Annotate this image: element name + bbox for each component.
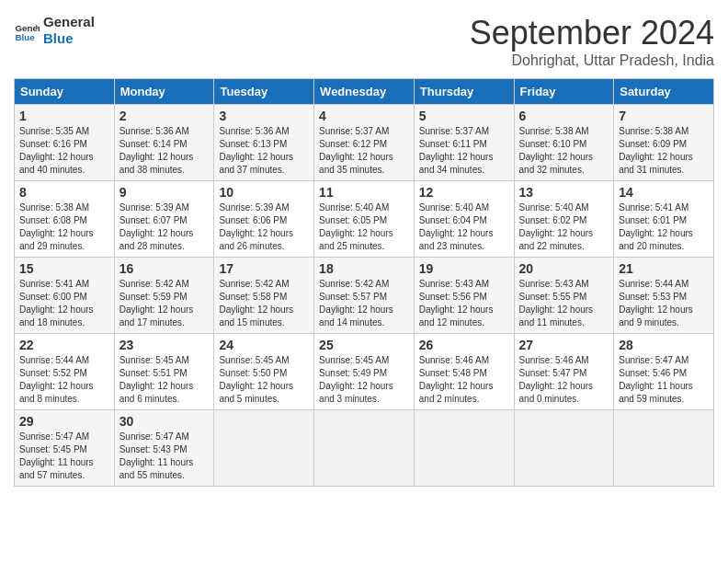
calendar-cell: 9Sunrise: 5:39 AMSunset: 6:07 PMDaylight…	[114, 181, 214, 258]
day-info: Sunrise: 5:41 AMSunset: 6:00 PMDaylight:…	[19, 278, 109, 329]
day-number: 25	[319, 338, 409, 352]
day-number: 1	[19, 109, 109, 123]
calendar-cell: 17Sunrise: 5:42 AMSunset: 5:58 PMDayligh…	[214, 258, 314, 334]
day-number: 19	[419, 261, 509, 276]
day-info: Sunrise: 5:41 AMSunset: 6:01 PMDaylight:…	[619, 201, 709, 253]
day-info: Sunrise: 5:35 AMSunset: 6:16 PMDaylight:…	[19, 125, 109, 177]
day-number: 8	[19, 185, 109, 200]
calendar-cell: 6Sunrise: 5:38 AMSunset: 6:10 PMDaylight…	[514, 105, 614, 181]
day-info: Sunrise: 5:39 AMSunset: 6:07 PMDaylight:…	[119, 201, 210, 253]
calendar-cell: 20Sunrise: 5:43 AMSunset: 5:55 PMDayligh…	[514, 258, 614, 334]
day-number: 15	[19, 261, 109, 276]
calendar-cell: 26Sunrise: 5:46 AMSunset: 5:48 PMDayligh…	[414, 334, 514, 410]
day-info: Sunrise: 5:40 AMSunset: 6:02 PMDaylight:…	[519, 201, 609, 253]
day-info: Sunrise: 5:36 AMSunset: 6:14 PMDaylight:…	[119, 125, 210, 177]
day-info: Sunrise: 5:47 AMSunset: 5:45 PMDaylight:…	[19, 431, 109, 482]
logo-icon: General Blue	[14, 17, 40, 43]
calendar-cell	[514, 410, 614, 487]
weekday-header-saturday: Saturday	[614, 79, 714, 105]
day-number: 29	[19, 414, 109, 429]
day-info: Sunrise: 5:47 AMSunset: 5:43 PMDaylight:…	[119, 431, 210, 482]
calendar-table: SundayMondayTuesdayWednesdayThursdayFrid…	[14, 78, 714, 487]
calendar-cell	[414, 410, 514, 487]
weekday-header-tuesday: Tuesday	[214, 79, 314, 105]
title-block: September 2024 Dohrighat, Uttar Pradesh,…	[470, 14, 714, 69]
day-info: Sunrise: 5:36 AMSunset: 6:13 PMDaylight:…	[219, 125, 309, 177]
calendar-cell: 24Sunrise: 5:45 AMSunset: 5:50 PMDayligh…	[214, 334, 314, 410]
day-number: 26	[419, 338, 509, 352]
calendar-cell: 10Sunrise: 5:39 AMSunset: 6:06 PMDayligh…	[214, 181, 314, 258]
month-title: September 2024	[470, 14, 714, 52]
calendar-cell: 7Sunrise: 5:38 AMSunset: 6:09 PMDaylight…	[614, 105, 714, 181]
calendar-cell: 16Sunrise: 5:42 AMSunset: 5:59 PMDayligh…	[114, 258, 214, 334]
weekday-header-wednesday: Wednesday	[314, 79, 415, 105]
calendar-cell	[214, 410, 314, 487]
calendar-cell: 25Sunrise: 5:45 AMSunset: 5:49 PMDayligh…	[314, 334, 415, 410]
calendar-cell: 27Sunrise: 5:46 AMSunset: 5:47 PMDayligh…	[514, 334, 614, 410]
weekday-header-sunday: Sunday	[15, 79, 115, 105]
day-info: Sunrise: 5:39 AMSunset: 6:06 PMDaylight:…	[219, 201, 309, 253]
day-number: 28	[619, 338, 709, 352]
calendar-cell: 8Sunrise: 5:38 AMSunset: 6:08 PMDaylight…	[15, 181, 115, 258]
calendar-cell: 15Sunrise: 5:41 AMSunset: 6:00 PMDayligh…	[15, 258, 115, 334]
day-number: 22	[19, 338, 109, 352]
day-info: Sunrise: 5:38 AMSunset: 6:08 PMDaylight:…	[19, 201, 109, 253]
day-number: 7	[619, 109, 709, 123]
day-info: Sunrise: 5:44 AMSunset: 5:53 PMDaylight:…	[619, 278, 709, 329]
day-number: 4	[319, 109, 409, 123]
day-info: Sunrise: 5:43 AMSunset: 5:55 PMDaylight:…	[519, 278, 609, 329]
calendar-cell: 28Sunrise: 5:47 AMSunset: 5:46 PMDayligh…	[614, 334, 714, 410]
weekday-header-friday: Friday	[514, 79, 614, 105]
calendar-cell	[314, 410, 415, 487]
day-info: Sunrise: 5:37 AMSunset: 6:11 PMDaylight:…	[419, 125, 509, 177]
day-number: 23	[119, 338, 210, 352]
day-info: Sunrise: 5:45 AMSunset: 5:51 PMDaylight:…	[119, 354, 210, 406]
day-number: 14	[619, 185, 709, 200]
day-info: Sunrise: 5:46 AMSunset: 5:48 PMDaylight:…	[419, 354, 509, 406]
calendar-cell: 12Sunrise: 5:40 AMSunset: 6:04 PMDayligh…	[414, 181, 514, 258]
weekday-header-thursday: Thursday	[414, 79, 514, 105]
day-number: 20	[519, 261, 609, 276]
logo-blue: Blue	[43, 30, 95, 47]
day-number: 16	[119, 261, 210, 276]
day-number: 9	[119, 185, 210, 200]
day-info: Sunrise: 5:42 AMSunset: 5:59 PMDaylight:…	[119, 278, 210, 329]
day-info: Sunrise: 5:45 AMSunset: 5:49 PMDaylight:…	[319, 354, 409, 406]
calendar-cell: 13Sunrise: 5:40 AMSunset: 6:02 PMDayligh…	[514, 181, 614, 258]
calendar-cell: 18Sunrise: 5:42 AMSunset: 5:57 PMDayligh…	[314, 258, 415, 334]
calendar-cell: 19Sunrise: 5:43 AMSunset: 5:56 PMDayligh…	[414, 258, 514, 334]
calendar-cell: 21Sunrise: 5:44 AMSunset: 5:53 PMDayligh…	[614, 258, 714, 334]
day-info: Sunrise: 5:42 AMSunset: 5:58 PMDaylight:…	[219, 278, 309, 329]
day-number: 24	[219, 338, 309, 352]
calendar-cell: 5Sunrise: 5:37 AMSunset: 6:11 PMDaylight…	[414, 105, 514, 181]
day-number: 3	[219, 109, 309, 123]
day-info: Sunrise: 5:42 AMSunset: 5:57 PMDaylight:…	[319, 278, 409, 329]
day-info: Sunrise: 5:47 AMSunset: 5:46 PMDaylight:…	[619, 354, 709, 406]
calendar-cell	[614, 410, 714, 487]
page-header: General Blue General Blue September 2024…	[14, 14, 714, 69]
calendar-cell: 29Sunrise: 5:47 AMSunset: 5:45 PMDayligh…	[15, 410, 115, 487]
day-info: Sunrise: 5:46 AMSunset: 5:47 PMDaylight:…	[519, 354, 609, 406]
day-number: 12	[419, 185, 509, 200]
day-info: Sunrise: 5:38 AMSunset: 6:09 PMDaylight:…	[619, 125, 709, 177]
day-number: 30	[119, 414, 210, 429]
day-number: 11	[319, 185, 409, 200]
day-number: 18	[319, 261, 409, 276]
day-info: Sunrise: 5:45 AMSunset: 5:50 PMDaylight:…	[219, 354, 309, 406]
logo-general: General	[43, 14, 95, 30]
calendar-cell: 1Sunrise: 5:35 AMSunset: 6:16 PMDaylight…	[15, 105, 115, 181]
calendar-cell: 11Sunrise: 5:40 AMSunset: 6:05 PMDayligh…	[314, 181, 415, 258]
day-number: 17	[219, 261, 309, 276]
calendar-cell: 22Sunrise: 5:44 AMSunset: 5:52 PMDayligh…	[15, 334, 115, 410]
svg-text:Blue: Blue	[15, 32, 35, 42]
calendar-cell: 14Sunrise: 5:41 AMSunset: 6:01 PMDayligh…	[614, 181, 714, 258]
weekday-header-monday: Monday	[114, 79, 214, 105]
day-number: 10	[219, 185, 309, 200]
day-info: Sunrise: 5:44 AMSunset: 5:52 PMDaylight:…	[19, 354, 109, 406]
calendar-cell: 23Sunrise: 5:45 AMSunset: 5:51 PMDayligh…	[114, 334, 214, 410]
day-info: Sunrise: 5:40 AMSunset: 6:05 PMDaylight:…	[319, 201, 409, 253]
day-number: 2	[119, 109, 210, 123]
day-info: Sunrise: 5:38 AMSunset: 6:10 PMDaylight:…	[519, 125, 609, 177]
day-number: 6	[519, 109, 609, 123]
day-number: 27	[519, 338, 609, 352]
